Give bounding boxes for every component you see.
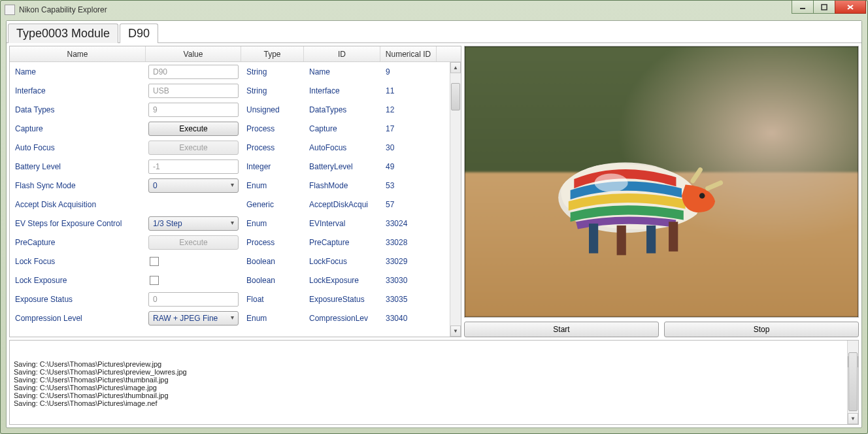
table-row: PreCaptureExecuteProcessPreCapture33028 [10, 233, 461, 252]
value-execute-button: Execute [148, 141, 239, 155]
cell-id: EVInterval [304, 219, 380, 228]
stop-button[interactable]: Stop [664, 322, 859, 337]
cell-numid: 33029 [380, 257, 437, 266]
svg-point-5 [699, 193, 705, 199]
minimize-button[interactable] [792, 1, 814, 14]
scroll-thumb[interactable] [451, 83, 460, 110]
table-row: Exposure StatusFloatExposureStatus33035 [10, 290, 461, 309]
cell-name: PreCapture [10, 238, 146, 247]
cell-numid: 17 [380, 124, 437, 133]
close-icon [846, 4, 854, 10]
cell-type: Enum [241, 314, 304, 323]
app-window: Nikon Capability Explorer Type0003 Modul… [0, 0, 868, 434]
cell-id: AcceptDiskAcqui [304, 200, 380, 209]
cell-id: LockFocus [304, 257, 380, 266]
table-row: Battery LevelIntegerBatteryLevel49 [10, 157, 461, 176]
value-select-text: RAW + JPEG Fine [153, 314, 218, 323]
value-input[interactable] [148, 84, 239, 98]
cell-numid: 11 [380, 86, 437, 95]
cell-value [146, 276, 241, 285]
cell-name: Data Types [10, 105, 146, 114]
cell-type: Enum [241, 219, 304, 228]
svg-rect-7 [617, 225, 626, 255]
cell-numid: 33035 [380, 295, 437, 304]
cell-type: Process [241, 238, 304, 247]
cell-numid: 33024 [380, 219, 437, 228]
app-icon [5, 5, 15, 15]
svg-rect-9 [669, 222, 678, 252]
close-button[interactable] [835, 1, 866, 14]
cell-type: Process [241, 143, 304, 152]
value-select-text: 1/3 Step [153, 219, 182, 228]
value-checkbox[interactable] [150, 276, 159, 285]
window-controls [792, 1, 866, 14]
log-scrollbar[interactable]: ▲ ▼ [847, 341, 858, 424]
col-header-value[interactable]: Value [146, 46, 241, 61]
cell-name: Flash Sync Mode [10, 181, 146, 190]
preview-panel: Start Stop [464, 46, 859, 337]
cell-type: Integer [241, 162, 304, 171]
cell-name: EV Steps for Exposure Control [10, 219, 146, 228]
value-checkbox[interactable] [150, 257, 159, 266]
start-button[interactable]: Start [464, 322, 659, 337]
value-select[interactable]: 1/3 Step [148, 216, 239, 231]
maximize-button[interactable] [813, 1, 835, 14]
scroll-up-icon[interactable]: ▲ [450, 62, 461, 73]
tab-d90[interactable]: D90 [120, 24, 158, 43]
table-body: NameStringName9InterfaceStringInterface1… [10, 62, 461, 337]
value-select[interactable]: RAW + JPEG Fine [148, 311, 239, 326]
table-row: Compression LevelRAW + JPEG FineEnumComp… [10, 309, 461, 327]
cell-name: Compression Level [10, 314, 146, 323]
table-scrollbar[interactable]: ▲ ▼ [450, 62, 461, 337]
cell-id: LockExposure [304, 276, 380, 285]
preview-image [464, 46, 859, 318]
value-execute-button[interactable]: Execute [148, 122, 239, 136]
cell-type: Generic [241, 200, 304, 209]
maximize-icon [821, 4, 827, 10]
scroll-down-icon[interactable]: ▼ [848, 413, 858, 424]
col-header-scroll [437, 46, 461, 61]
cell-type: Float [241, 295, 304, 304]
cell-name: Auto Focus [10, 143, 146, 152]
cell-value [146, 257, 241, 266]
cell-value [146, 65, 241, 79]
cell-name: Capture [10, 124, 146, 133]
cell-id: ExposureStatus [304, 295, 380, 304]
col-header-type[interactable]: Type [241, 46, 304, 61]
value-input[interactable] [148, 292, 239, 307]
cell-type: Boolean [241, 257, 304, 266]
table-row: Auto FocusExecuteProcessAutoFocus30 [10, 138, 461, 157]
cell-name: Interface [10, 86, 146, 95]
table-row: EV Steps for Exposure Control1/3 StepEnu… [10, 214, 461, 233]
capability-table: Name Value Type ID Numerical ID NameStri… [9, 46, 461, 337]
col-header-id[interactable]: ID [304, 46, 380, 61]
log-output[interactable]: Saving: C:\Users\Thomas\Pictures\preview… [9, 340, 859, 425]
cell-type: Enum [241, 181, 304, 190]
preview-subject [535, 133, 724, 263]
tab-module[interactable]: Type0003 Module [8, 24, 118, 43]
cell-id: AutoFocus [304, 143, 380, 152]
value-select[interactable]: 0 [148, 178, 239, 193]
cell-name: Name [10, 67, 146, 76]
cell-type: Unsigned [241, 105, 304, 114]
table-row: CaptureExecuteProcessCapture17 [10, 119, 461, 138]
value-input[interactable] [148, 65, 239, 79]
cell-value: RAW + JPEG Fine [146, 311, 241, 326]
cell-id: Interface [304, 86, 380, 95]
svg-point-10 [595, 174, 628, 192]
cell-value: 0 [146, 178, 241, 193]
col-header-numid[interactable]: Numerical ID [380, 46, 437, 61]
cell-type: Process [241, 124, 304, 133]
cell-name: Lock Exposure [10, 276, 146, 285]
col-header-name[interactable]: Name [10, 46, 146, 61]
table-row: Lock FocusBooleanLockFocus33029 [10, 252, 461, 271]
table-row: NameStringName9 [10, 62, 461, 81]
window-title: Nikon Capability Explorer [19, 5, 107, 14]
value-input[interactable] [148, 159, 239, 174]
minimize-icon [799, 4, 806, 10]
scroll-down-icon[interactable]: ▼ [450, 326, 461, 337]
titlebar[interactable]: Nikon Capability Explorer [1, 1, 867, 19]
value-input[interactable] [148, 103, 239, 117]
cell-name: Lock Focus [10, 257, 146, 266]
scroll-thumb[interactable] [848, 352, 858, 411]
